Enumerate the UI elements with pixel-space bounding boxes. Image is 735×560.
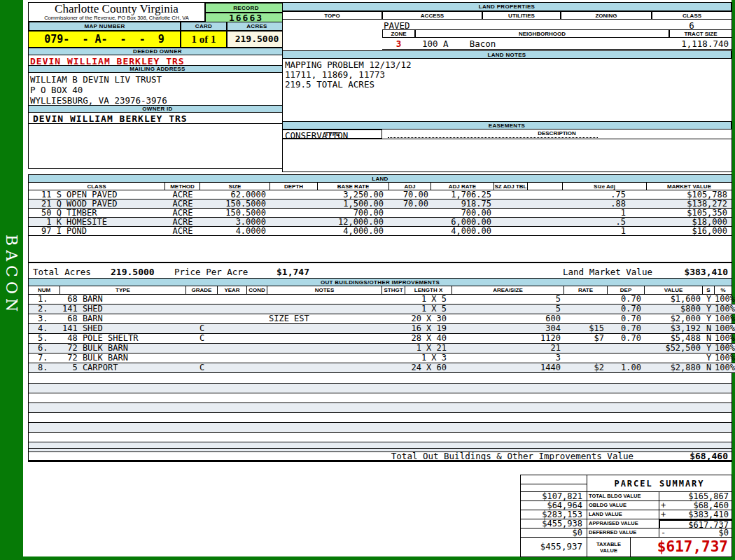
summary-sign <box>659 492 661 500</box>
easement-type-cell: TYPE CONSERVATION <box>283 130 382 139</box>
land-note-line-2: 11711, 11869, 11773 <box>285 70 385 80</box>
out-cell-cond <box>247 363 267 373</box>
out-cell-s: Y <box>703 354 715 363</box>
out-cell-grade: C <box>186 334 218 344</box>
land-row-5: 97 I PONDACRE4.00004,000.004,000.001$16,… <box>29 227 732 236</box>
out-buildings-table: OUT BUILDINGS/OTHER IMPROVEMENTS NUMTYPE… <box>28 278 732 462</box>
out-cell-type: 72 BULK BARN <box>60 344 186 354</box>
out-building-empty-row <box>29 374 732 384</box>
out-cell-grade <box>186 314 218 324</box>
mailing-address-line-2: P O BOX 40 <box>30 85 83 95</box>
land-cell-depth <box>270 190 318 200</box>
out-empty-cell <box>29 423 732 433</box>
out-cell-year <box>218 354 247 363</box>
out-cell-year <box>218 295 247 304</box>
out-cell-notes <box>267 295 382 304</box>
out-cell-area: 3 <box>452 354 564 363</box>
out-cell-notes: SIZE EST <box>267 314 382 324</box>
out-cell-comp: 100% <box>715 363 735 373</box>
land-cell-depth <box>270 227 318 236</box>
out-building-row-1: 1. 68 BARN1 X 550.70$1,600Y100% <box>29 295 732 304</box>
out-cell-area: 600 <box>452 314 564 324</box>
topo-column-header: TOPO <box>283 11 382 20</box>
out-buildings-title: OUT BUILDINGS/OTHER IMPROVEMENTS <box>29 279 732 286</box>
tract-size-value: 1,118.740 <box>669 38 729 49</box>
parcel-summary-rows: $107,821TOTAL BLDG VALUE$165,867$64,964O… <box>521 492 732 538</box>
land-cell-depth <box>270 200 318 209</box>
parcel-summary-title: PARCEL SUMMARY <box>587 475 732 492</box>
out-cell-comp: 100% <box>715 334 735 344</box>
summary-right-value: $0 <box>719 528 732 537</box>
summary-right-cell: -$0 <box>659 528 732 538</box>
land-cell-depth <box>270 218 318 227</box>
land-cell-size_adj: .5 <box>563 218 647 227</box>
divider <box>382 49 732 50</box>
record-value: 16663 <box>205 13 287 22</box>
out-cell-sthgt <box>382 314 405 324</box>
land-cell-base_rate: 4,000.00 <box>318 227 389 236</box>
out-cell-num: 7. <box>29 354 60 363</box>
out-cell-rate <box>564 344 608 354</box>
map-number-label: MAP NUMBER <box>29 22 181 31</box>
out-cell-lxw: 1 X 21 <box>405 344 452 354</box>
parcel-summary-row-4: $455,938APPRAISED VALUE$617,737 <box>521 519 732 528</box>
out-cell-area: 1120 <box>452 334 564 344</box>
out-building-row-6: 6. 72 BULK BARN1 X 2121$52,500Y100% <box>29 344 732 354</box>
land-properties-block: LAND PROPERTIES TOPO ACCESS UTILITIES ZO… <box>282 2 732 172</box>
parcel-summary: PARCEL SUMMARY $107,821TOTAL BLDG VALUE$… <box>520 475 732 557</box>
out-cell-year <box>218 334 247 344</box>
divider <box>283 139 732 139</box>
out-empty-cell <box>29 374 732 384</box>
out-cell-grade: C <box>186 324 218 334</box>
easement-description-line <box>388 137 598 138</box>
land-cell-size: 4.0000 <box>200 227 270 236</box>
out-cell-rate <box>564 304 608 314</box>
out-cell-value: $2,000 <box>645 314 703 324</box>
out-cell-notes <box>267 324 382 334</box>
zone-label: ZONE <box>382 29 415 38</box>
out-cell-sthgt <box>382 363 405 373</box>
mailing-address-line-1: WILLIAM B DEVIN LIV TRUST <box>30 74 162 85</box>
land-cell-adj: 70.00 <box>389 200 431 209</box>
out-cell-num: 5. <box>29 334 60 344</box>
access-column-header: ACCESS <box>382 11 482 20</box>
summary-right-value: $617,737 <box>688 521 732 528</box>
class-column-header: CLASS <box>652 11 732 20</box>
land-cell-blank <box>528 209 563 218</box>
divider <box>29 123 287 124</box>
land-cell-size_adj: 1 <box>563 209 647 218</box>
out-cell-rate: $15 <box>564 324 608 334</box>
zone-value: 3 <box>382 38 415 49</box>
land-cell-blank <box>528 227 563 236</box>
out-cell-cond <box>247 295 267 304</box>
out-buildings-rows: 1. 68 BARN1 X 550.70$1,600Y100%2.141 SHE… <box>29 295 732 373</box>
out-building-row-4: 4.141 SHEDC16 X 19304$150.70$3,192N100% <box>29 324 732 334</box>
land-properties-title: LAND PROPERTIES <box>283 3 732 11</box>
out-cell-value: $52,500 <box>645 344 703 354</box>
land-cell-size_adj: .88 <box>563 200 647 209</box>
out-cell-rate: $2 <box>564 363 608 373</box>
land-col-header-9: Size Adj <box>563 183 647 190</box>
out-cell-notes <box>267 344 382 354</box>
out-cell-cond <box>247 354 267 363</box>
out-building-empty-row <box>29 413 732 423</box>
out-cell-type: 141 SHED <box>60 324 186 334</box>
out-cell-sthgt <box>382 334 405 344</box>
out-cell-notes <box>267 363 382 373</box>
land-table: LAND CLASSMETHODSIZEDEPTHBASE RATEADJADJ… <box>28 174 732 279</box>
land-cell-blank <box>528 218 563 227</box>
summary-right-cell: +$383,410 <box>659 510 732 519</box>
out-cell-comp: 100% <box>715 314 735 324</box>
summary-left-value: $0 <box>521 528 587 538</box>
map-number-value: 079- - A- - - 9 <box>29 31 181 48</box>
neighborhood-value: 100 A Bacon <box>422 38 496 49</box>
out-building-empty-row <box>29 403 732 413</box>
out-cell-sthgt <box>382 295 405 304</box>
out-cell-dep: 0.70 <box>608 334 645 344</box>
out-col-header-8: AREA/SIZE <box>452 286 564 295</box>
out-cell-dep: 0.70 <box>608 295 645 304</box>
out-cell-comp: 100% <box>715 304 735 314</box>
out-cell-type: 48 POLE SHELTR <box>60 334 186 344</box>
out-col-header-6: STHGT <box>382 286 405 295</box>
out-cell-rate <box>564 295 608 304</box>
